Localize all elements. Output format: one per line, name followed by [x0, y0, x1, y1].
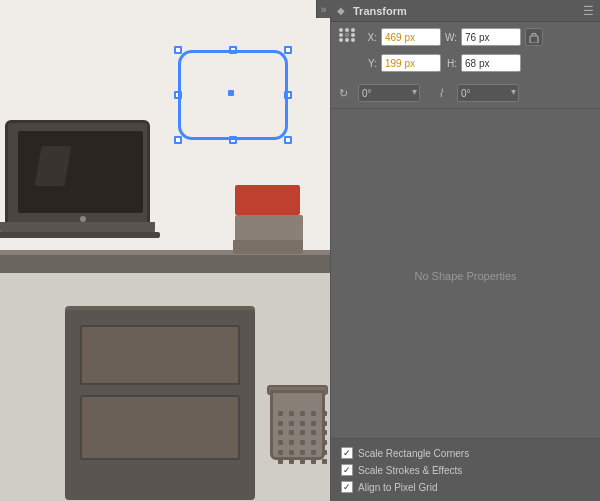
panel-header: ◆ Transform ☰	[331, 0, 600, 22]
panel-collapse-button[interactable]: »	[316, 0, 330, 18]
shear-icon: ⌇	[438, 87, 454, 100]
h-input[interactable]	[461, 54, 521, 72]
scale-strokes-checkbox[interactable]: ✓	[341, 464, 353, 476]
selected-rect-center	[228, 90, 234, 96]
scale-strokes-row: ✓ Scale Strokes & Effects	[341, 464, 590, 476]
scale-rectangle-corners-checkbox[interactable]: ✓	[341, 447, 353, 459]
book3	[233, 240, 303, 254]
panel-menu-button[interactable]: ☰	[583, 4, 594, 18]
align-pixel-grid-checkbox[interactable]: ✓	[341, 481, 353, 493]
scale-rectangle-corners-row: ✓ Scale Rectangle Corners	[341, 447, 590, 459]
panel-header-left: ◆ Transform	[337, 5, 407, 17]
align-pixel-grid-label: Align to Pixel Grid	[358, 482, 437, 493]
book1	[235, 185, 300, 215]
trash-can	[270, 380, 325, 460]
x-field-row: X: W:	[365, 28, 521, 46]
svg-rect-0	[530, 36, 538, 43]
rotation-select[interactable]: 0° 45° 90° 180°	[358, 84, 420, 102]
y-input[interactable]	[381, 54, 441, 72]
handle-top-left[interactable]	[174, 46, 182, 54]
desk-top	[0, 255, 330, 273]
selected-object[interactable]	[168, 40, 298, 150]
panel-inputs: X: W: Y: H:	[331, 22, 600, 82]
laptop-screen	[5, 120, 150, 225]
panel-title: Transform	[353, 5, 407, 17]
canvas-area	[0, 0, 330, 501]
shear-select-wrapper[interactable]: 0° 15° 30°	[457, 84, 519, 102]
rotation-group: ↻ 0° 45° 90° 180°	[339, 84, 420, 102]
panel-checkboxes: ✓ Scale Rectangle Corners ✓ Scale Stroke…	[331, 438, 600, 501]
transform-panel: ◆ Transform ☰	[330, 0, 600, 501]
y-label: Y:	[365, 58, 377, 69]
drawer2	[80, 395, 240, 460]
drawer1	[80, 325, 240, 385]
w-label: W:	[445, 32, 457, 43]
no-shape-properties-area: No Shape Properties	[331, 113, 600, 438]
book2	[235, 215, 303, 243]
handle-top-right[interactable]	[284, 46, 292, 54]
handle-bottom-right[interactable]	[284, 136, 292, 144]
rotation-row: ↻ 0° 45° 90° 180° ⌇ 0° 15° 30°	[331, 82, 600, 104]
x-label: X:	[365, 32, 377, 43]
collapse-arrows-icon: ◆	[337, 5, 345, 16]
divider	[331, 108, 600, 109]
y-field-row: Y: H:	[365, 54, 521, 72]
lock-aspect-ratio-button[interactable]	[525, 28, 543, 46]
scale-strokes-label: Scale Strokes & Effects	[358, 465, 462, 476]
laptop-base-bottom	[0, 232, 160, 238]
x-input[interactable]	[381, 28, 441, 46]
scale-rectangle-corners-label: Scale Rectangle Corners	[358, 448, 469, 459]
h-label: H:	[445, 58, 457, 69]
shear-select[interactable]: 0° 15° 30°	[457, 84, 519, 102]
transform-origin-selector[interactable]	[339, 28, 361, 76]
align-pixel-grid-row: ✓ Align to Pixel Grid	[341, 481, 590, 493]
shear-group: ⌇ 0° 15° 30°	[438, 84, 519, 102]
w-input[interactable]	[461, 28, 521, 46]
handle-bottom-left[interactable]	[174, 136, 182, 144]
rotation-icon: ↻	[339, 87, 355, 100]
rotation-select-wrapper[interactable]: 0° 45° 90° 180°	[358, 84, 420, 102]
no-shape-text: No Shape Properties	[414, 270, 516, 282]
